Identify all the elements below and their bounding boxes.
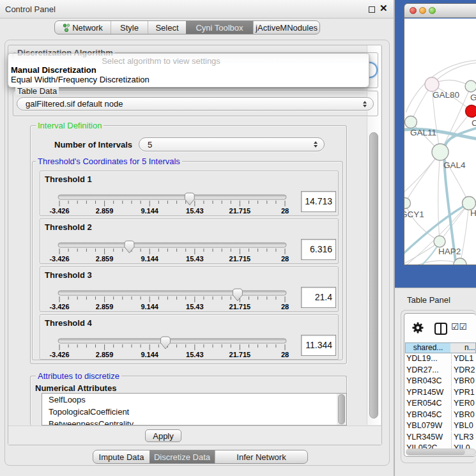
mac-close-button[interactable] [410, 7, 417, 14]
cell-name: YDR2 [451, 365, 476, 376]
cell-shared-name: YBL079W [406, 420, 450, 431]
cell-shared-name: YDR27... [406, 365, 450, 376]
node-label: GAL11 [410, 128, 436, 137]
float-window-icon[interactable] [369, 6, 375, 13]
attribute-list-item[interactable]: BetweennessCentrality [42, 418, 346, 426]
table-data-combobox[interactable]: galFiltered.sif default node [17, 97, 374, 111]
cell-name: YER0 [451, 398, 476, 409]
popup-prompt: Select algorithm to view settings [8, 56, 314, 66]
table-row[interactable]: YBR043CYBR0 [405, 376, 476, 387]
network-nodes[interactable] [404, 77, 476, 265]
numerical-attributes-list[interactable]: SelfLoopsTopologicalCoefficientBetweenne… [42, 393, 347, 426]
network-tab-icon [63, 24, 70, 32]
slider-thumb[interactable] [160, 337, 170, 349]
interval-definition-title: Interval Definition [36, 121, 104, 130]
window-title: Control Panel [5, 0, 56, 19]
popup-item-equal-width[interactable]: Equal Width/Frequency Discretization [11, 75, 150, 84]
svg-text:9.144: 9.144 [141, 351, 158, 358]
svg-text:15.43: 15.43 [186, 303, 204, 311]
num-intervals-combobox[interactable]: 5 [139, 137, 325, 151]
table-row[interactable]: YER054CYER0 [405, 398, 476, 410]
network-canvas[interactable]: GAL80 GA C GAL11 GAL4 GCY1 H HAP2 [404, 19, 476, 265]
table-row[interactable]: YPR145WYPR1 [405, 387, 476, 399]
network-node-gal11[interactable] [405, 116, 417, 128]
tab-style[interactable]: Style [111, 21, 148, 34]
table-hscrollbar-thumb[interactable] [406, 449, 465, 455]
svg-text:2.859: 2.859 [96, 255, 114, 263]
slider-thumb[interactable] [185, 193, 194, 205]
svg-text:28: 28 [281, 207, 289, 215]
tab-cyni-toolbox[interactable]: Cyni Toolbox [186, 21, 253, 34]
network-node-gal4[interactable] [432, 144, 449, 160]
num-intervals-label: Number of Intervals [54, 140, 132, 150]
cell-name: YLR3 [451, 432, 476, 443]
network-labels: GAL80 GA C GAL11 GAL4 GCY1 H HAP2 [404, 90, 476, 256]
cell-shared-name: YDL19... [406, 353, 450, 364]
split-columns-icon[interactable] [434, 323, 447, 335]
form-scrollbar-thumb[interactable] [369, 132, 378, 418]
attributes-group-title: Attributes to discretize [36, 372, 121, 380]
slider-thumb[interactable] [125, 241, 134, 253]
close-icon[interactable]: ✕ [380, 3, 388, 14]
bottom-tab-infer-network[interactable]: Infer Network [215, 450, 307, 463]
threshold-2-box: Threshold 2-3.4262.8599.14415.4321.71528… [40, 219, 339, 264]
table-data-group-title: Table Data [15, 87, 59, 95]
cell-shared-name: YPR145W [406, 387, 450, 398]
apply-button[interactable]: Apply [145, 429, 181, 442]
combo-arrows-icon [314, 141, 318, 148]
cell-name: YPR1 [451, 387, 476, 398]
svg-text:21.715: 21.715 [229, 303, 251, 311]
table-column-header-shared[interactable]: shared... [405, 342, 451, 353]
gear-icon[interactable] [411, 321, 424, 334]
node-label: GA [470, 93, 476, 102]
network-node-ga[interactable] [465, 81, 476, 92]
tab-jactivemnodules[interactable]: jActiveMNodules [253, 21, 319, 34]
threshold-value-field[interactable]: 11.344 [301, 335, 336, 356]
network-window-titlebar[interactable] [404, 4, 476, 18]
threshold-value-field[interactable]: 14.713 [301, 191, 336, 212]
bottom-tab-impute-data[interactable]: Impute Data [93, 450, 150, 463]
svg-text:-3.426: -3.426 [49, 207, 69, 215]
table-row[interactable]: YBL079WYBL0 [405, 420, 476, 432]
thresholds-group-title: Threshold's Coordinates for 5 Intervals [36, 157, 182, 165]
table-row[interactable]: YLR345WYLR3 [405, 432, 476, 443]
attribute-list-item[interactable]: SelfLoops [42, 394, 346, 406]
cell-shared-name: YER054C [406, 398, 450, 409]
node-label: GAL4 [443, 160, 466, 170]
table-row[interactable]: YDR27...YDR2 [405, 365, 476, 376]
num-intervals-value: 5 [148, 138, 152, 151]
bottom-tabbar: Impute DataDiscretize DataInfer Network [93, 450, 308, 464]
attribute-list-item[interactable]: TopologicalCoefficient [42, 406, 346, 418]
network-node-gcy1[interactable] [404, 198, 411, 209]
popup-item-manual[interactable]: Manual Discretization [11, 65, 96, 75]
mac-minimize-button[interactable] [419, 7, 426, 14]
numerical-attributes-label: Numerical Attributes [35, 383, 116, 393]
tab-network[interactable]: Network [55, 21, 111, 34]
network-node-hap2[interactable] [434, 236, 445, 247]
threshold-4-box: Threshold 4-3.4262.8599.14415.4321.71528… [40, 314, 339, 360]
table-column-header-name[interactable]: n... [450, 342, 476, 353]
network-node-red[interactable] [466, 105, 476, 118]
network-graph: GAL80 GA C GAL11 GAL4 GCY1 H HAP2 [404, 19, 476, 265]
svg-text:28: 28 [281, 351, 289, 358]
bottom-tab-discretize-data[interactable]: Discretize Data [150, 450, 215, 463]
mac-zoom-button[interactable] [429, 7, 436, 14]
threshold-value-field[interactable]: 21.4 [301, 287, 336, 308]
table-row[interactable]: YDL19...YDL1 [405, 353, 476, 365]
svg-text:-3.426: -3.426 [49, 255, 69, 263]
svg-text:-3.426: -3.426 [49, 351, 69, 358]
list-scrollbar-thumb[interactable] [338, 394, 345, 424]
tab-select[interactable]: Select [148, 21, 186, 34]
svg-text:9.144: 9.144 [141, 207, 158, 215]
network-node-gal80[interactable] [425, 77, 439, 91]
svg-text:28: 28 [281, 303, 289, 311]
cell-name: YDL1 [451, 353, 476, 364]
threshold-value-field[interactable]: 6.316 [301, 239, 336, 260]
checkbox-icons[interactable]: ☑☑ [451, 321, 467, 332]
split-columns-divider [440, 324, 441, 334]
threshold-label: Threshold 3 [45, 270, 92, 280]
slider-thumb[interactable] [233, 289, 242, 301]
table-row[interactable]: YBR045CYBR0 [405, 410, 476, 421]
desktop: Control Panel ✕ NetworkStyleSelectCyni T… [0, 0, 476, 476]
threshold-label: Threshold 4 [45, 318, 92, 328]
